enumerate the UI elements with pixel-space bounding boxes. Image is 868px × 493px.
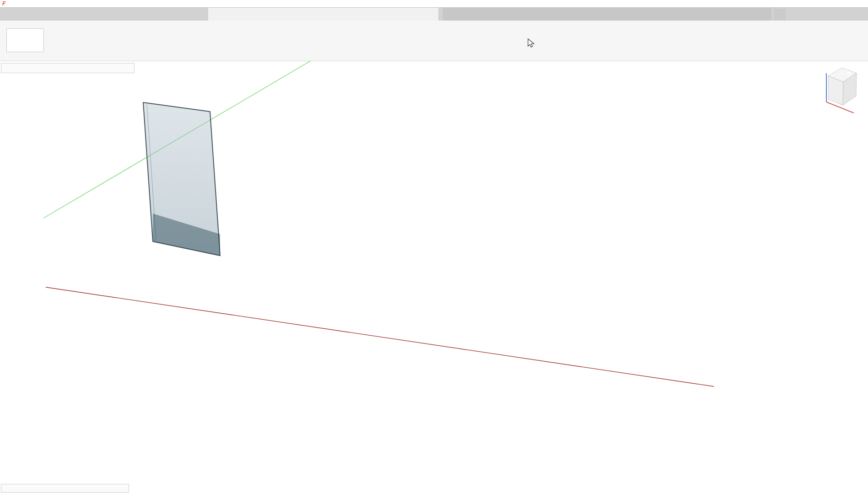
undo-icon[interactable] <box>50 9 59 19</box>
job-status-icon[interactable] <box>792 10 801 20</box>
help-icon[interactable] <box>859 10 868 20</box>
viewcube-home-dot <box>847 72 851 74</box>
glass-digit-tile-body[interactable] <box>143 102 220 256</box>
viewport-canvas[interactable] <box>0 61 868 493</box>
fusion360-window: { "window": { "title": "Autodesk Fusion … <box>0 0 868 493</box>
maximize-button[interactable] <box>834 0 848 7</box>
workspace-switcher-design[interactable] <box>6 28 44 52</box>
ribbon-toolbar <box>0 21 868 61</box>
browser-header[interactable] <box>1 63 135 73</box>
browser-panel <box>1 63 135 73</box>
file-menu-caret-icon[interactable] <box>22 9 27 19</box>
fusion-logo-icon: F <box>2 0 5 7</box>
mouse-cursor <box>527 38 535 49</box>
title-bar: F <box>0 0 868 7</box>
x-axis-line <box>46 287 714 386</box>
close-button[interactable] <box>852 0 866 7</box>
document-tab-bar <box>0 7 868 21</box>
undo-caret-icon[interactable] <box>59 9 64 19</box>
tab-lixie-ora-tarto[interactable] <box>208 8 438 21</box>
file-menu-icon[interactable] <box>14 9 23 19</box>
redo-caret-icon[interactable] <box>79 9 83 19</box>
minimize-button[interactable] <box>816 0 830 7</box>
app-grid-icon[interactable] <box>1 9 10 19</box>
new-tab-button[interactable] <box>774 9 786 21</box>
save-icon[interactable] <box>33 9 43 19</box>
tab-lixie1[interactable] <box>443 8 771 21</box>
notifications-clock-icon[interactable] <box>810 10 819 20</box>
view-cube[interactable] <box>826 68 857 113</box>
comments-panel[interactable] <box>1 484 129 492</box>
redo-icon[interactable] <box>69 9 78 19</box>
